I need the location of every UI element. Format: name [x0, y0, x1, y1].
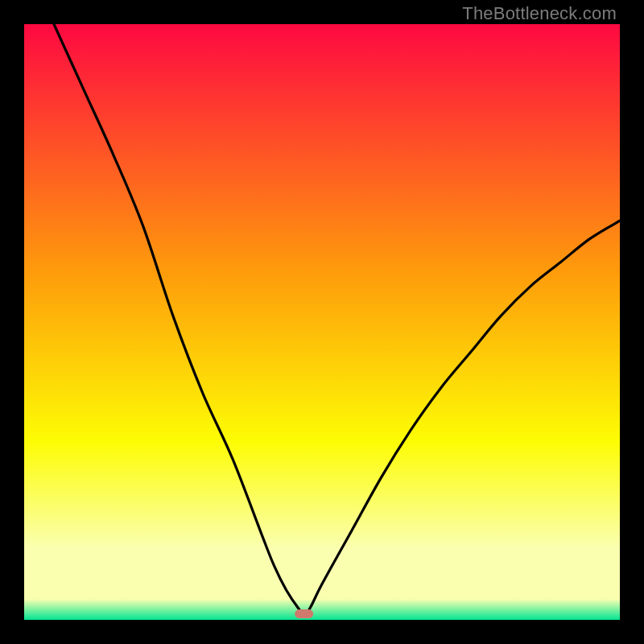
watermark-text: TheBottleneck.com [462, 3, 617, 24]
bottleneck-curve [24, 24, 620, 620]
chart-frame: TheBottleneck.com [0, 0, 644, 644]
optimal-marker [295, 609, 314, 619]
plot-area [24, 24, 620, 620]
